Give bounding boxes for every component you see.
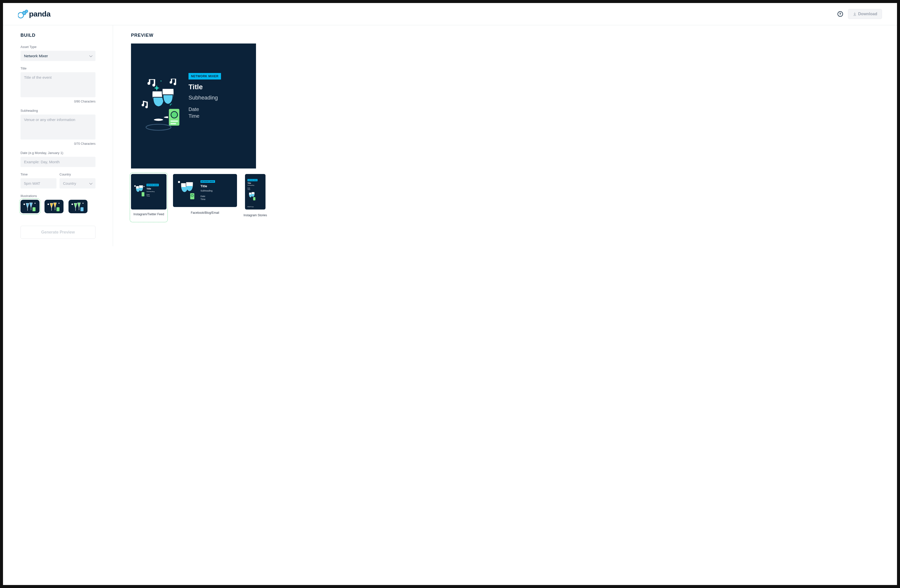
svg-point-2 — [25, 10, 28, 12]
brand-logo: panda — [18, 9, 51, 19]
illustrations-label: Illustrations — [20, 194, 96, 198]
download-button[interactable]: Download — [848, 9, 882, 19]
illustration-option-1[interactable] — [20, 200, 39, 213]
time-input[interactable] — [20, 178, 56, 188]
build-heading: BUILD — [20, 33, 96, 38]
title-input[interactable] — [20, 72, 96, 97]
asset-type-label: Asset Type — [20, 45, 96, 49]
party-illustration — [138, 79, 188, 133]
svg-rect-38 — [253, 197, 256, 200]
format-label: Instagram/Twitter Feed — [133, 213, 164, 216]
svg-rect-26 — [171, 121, 178, 122]
svg-point-32 — [178, 181, 180, 183]
help-icon[interactable]: ? — [838, 11, 843, 17]
svg-rect-15 — [81, 207, 84, 211]
format-label: Facebook/Blog/Email — [191, 211, 219, 214]
format-facebook-blog-email[interactable]: NETWORK MIXER Title Subheading Date Time… — [173, 174, 237, 214]
svg-point-28 — [146, 124, 171, 130]
svg-rect-27 — [171, 123, 176, 124]
time-label: Time — [20, 172, 56, 176]
country-select[interactable] — [59, 178, 96, 188]
svg-point-21 — [154, 118, 163, 121]
download-label: Download — [858, 12, 877, 16]
country-label: Country — [59, 172, 96, 176]
title-counter: 0/90 Characters — [20, 100, 96, 103]
svg-point-37 — [191, 194, 194, 197]
svg-point-7 — [34, 203, 36, 204]
svg-point-12 — [59, 203, 59, 204]
svg-point-16 — [71, 203, 73, 205]
svg-point-18 — [160, 81, 161, 82]
build-panel: BUILD Asset Type Network Mixer Title 0/9… — [3, 25, 113, 246]
subheading-input[interactable] — [20, 115, 96, 140]
format-label: Instagram Stories — [244, 214, 267, 217]
generate-preview-button[interactable]: Generate Preview — [20, 226, 96, 239]
svg-rect-5 — [33, 207, 36, 211]
illustration-option-3[interactable] — [68, 200, 87, 213]
asset-type-select[interactable]: Network Mixer — [20, 51, 96, 61]
preview-panel: PREVIEW — [113, 25, 897, 246]
svg-point-11 — [48, 203, 49, 205]
svg-point-25 — [171, 112, 177, 118]
preview-heading: PREVIEW — [131, 33, 887, 38]
preview-card-time: Time — [188, 113, 221, 119]
title-label: Title — [20, 67, 96, 70]
preview-canvas: NETWORK MIXER Title Subheading Date Time — [131, 43, 256, 169]
svg-point-6 — [23, 203, 25, 205]
svg-point-31 — [143, 186, 144, 187]
format-instagram-stories[interactable]: NETWORK MIXER Title Subheading Date Time — [244, 174, 267, 217]
svg-rect-29 — [141, 192, 144, 197]
brand-name: panda — [29, 10, 51, 18]
preview-card-subheading: Subheading — [188, 95, 221, 101]
subheading-label: Subheading — [20, 109, 96, 113]
preview-card-title: Title — [188, 83, 221, 91]
download-icon — [853, 12, 857, 16]
date-input[interactable] — [20, 157, 96, 167]
date-label: Date (e.g Monday, January 1) — [20, 151, 96, 155]
preview-badge: NETWORK MIXER — [188, 73, 221, 79]
illustration-option-2[interactable] — [45, 200, 64, 213]
header: panda ? Download — [3, 3, 897, 25]
svg-rect-10 — [56, 207, 59, 211]
svg-point-30 — [134, 185, 136, 187]
svg-point-17 — [82, 203, 84, 204]
format-instagram-twitter[interactable]: NETWORK MIXER Title Subheading Date Time… — [131, 174, 166, 221]
panda-logo-icon — [18, 9, 28, 19]
format-thumbnails: NETWORK MIXER Title Subheading Date Time… — [131, 174, 887, 221]
subheading-counter: 0/70 Characters — [20, 142, 96, 146]
preview-card-date: Date — [188, 107, 221, 112]
